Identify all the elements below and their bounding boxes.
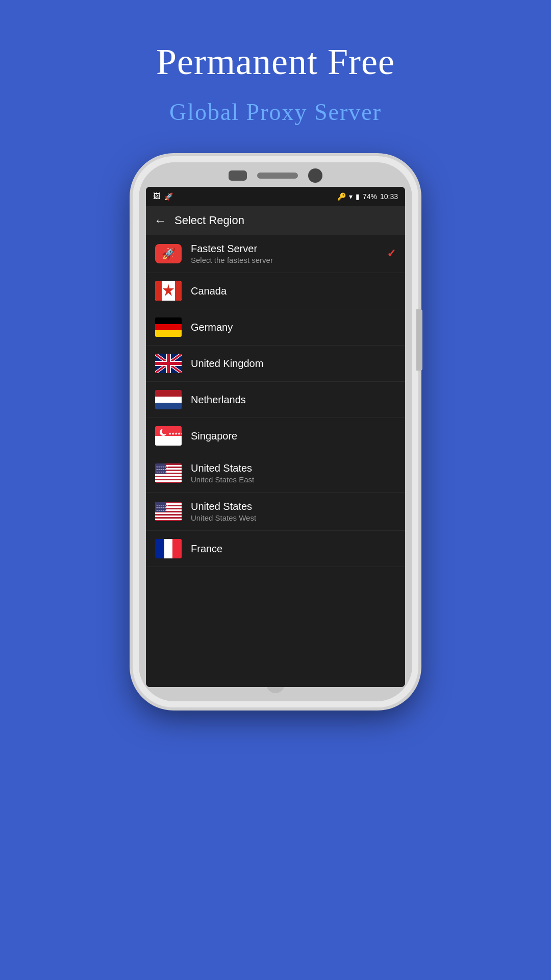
svg-rect-18 (155, 403, 182, 409)
svg-rect-1 (155, 281, 162, 301)
svg-rect-4 (155, 317, 182, 324)
phone-mockup: 🖼 🚀 🔑 ▾ ▮ 74% 10:33 ← Select Region (133, 156, 418, 718)
time-display: 10:33 (380, 192, 398, 201)
server-item-us-east[interactable]: ★★★★★★ ★★★★★ ★★★★★★ United States United… (146, 454, 405, 493)
fastest-server-icon: 🚀 (155, 244, 182, 263)
svg-rect-28 (155, 474, 182, 476)
app-bar: ← Select Region (146, 206, 405, 235)
back-button[interactable]: ← (154, 214, 166, 228)
france-server-name: France (191, 543, 396, 555)
svg-rect-15 (155, 362, 182, 365)
flag-france (155, 539, 182, 558)
page-title: Permanent Free (156, 41, 395, 83)
fastest-check-icon: ✓ (387, 247, 396, 260)
flag-canada (155, 281, 182, 301)
fastest-server-name: Fastest Server (191, 243, 387, 255)
svg-rect-16 (155, 390, 182, 397)
svg-rect-29 (155, 477, 182, 479)
key-icon: 🔑 (337, 192, 346, 201)
phone-side-button (416, 309, 422, 371)
us-east-server-info: United States United States East (191, 462, 396, 484)
server-item-us-west[interactable]: ★★★★★★ ★★★★★ ★★★★★★ United States United… (146, 493, 405, 531)
flag-netherlands (155, 390, 182, 409)
wifi-icon: ▾ (349, 192, 353, 201)
server-item-canada[interactable]: Canada (146, 273, 405, 309)
svg-text:★★★★★★: ★★★★★★ (156, 471, 168, 473)
server-item-netherlands[interactable]: Netherlands (146, 382, 405, 418)
flag-us-west: ★★★★★★ ★★★★★ ★★★★★★ (155, 502, 182, 521)
phone-speaker (257, 173, 298, 179)
phone-camera-left (229, 170, 247, 181)
us-west-server-name: United States (191, 501, 396, 512)
phone-top-bar (224, 170, 327, 181)
svg-rect-20 (155, 436, 182, 446)
us-west-server-subtitle: United States West (191, 513, 396, 522)
canada-server-name: Canada (191, 285, 396, 297)
svg-rect-30 (155, 480, 182, 482)
server-list: 🚀 Fastest Server Select the fastest serv… (146, 235, 405, 687)
svg-rect-39 (155, 512, 182, 514)
server-item-germany[interactable]: Germany (146, 309, 405, 346)
battery-level: 74% (363, 192, 377, 201)
svg-rect-5 (155, 324, 182, 330)
status-bar: 🖼 🚀 🔑 ▾ ▮ 74% 10:33 (146, 187, 405, 206)
svg-rect-48 (172, 539, 182, 558)
svg-point-22 (162, 428, 168, 434)
us-east-server-subtitle: United States East (191, 475, 396, 484)
germany-server-info: Germany (191, 322, 396, 333)
svg-rect-6 (155, 330, 182, 337)
us-west-server-info: United States United States West (191, 501, 396, 522)
uk-server-name: United Kingdom (191, 358, 396, 370)
germany-server-name: Germany (191, 322, 396, 333)
svg-rect-2 (175, 281, 182, 301)
us-east-server-name: United States (191, 462, 396, 474)
svg-rect-40 (155, 516, 182, 517)
singapore-server-info: Singapore (191, 430, 396, 442)
app-icon: 🚀 (164, 192, 173, 201)
page-subtitle: Global Proxy Server (169, 99, 382, 126)
svg-rect-41 (155, 519, 182, 520)
singapore-server-name: Singapore (191, 430, 396, 442)
fastest-server-info: Fastest Server Select the fastest server (191, 243, 387, 264)
netherlands-server-info: Netherlands (191, 394, 396, 406)
server-item-uk[interactable]: United Kingdom (146, 346, 405, 382)
netherlands-server-name: Netherlands (191, 394, 396, 406)
server-item-france[interactable]: France (146, 531, 405, 567)
fastest-server-subtitle: Select the fastest server (191, 256, 387, 264)
status-left-icons: 🖼 🚀 (153, 192, 173, 201)
signal-icon: ▮ (356, 192, 360, 201)
svg-text:★★★★★★: ★★★★★★ (156, 509, 168, 511)
status-right-icons: 🔑 ▾ ▮ 74% 10:33 (337, 192, 398, 201)
rocket-icon: 🚀 (162, 247, 176, 260)
svg-rect-47 (164, 539, 172, 558)
uk-server-info: United Kingdom (191, 358, 396, 370)
server-item-singapore[interactable]: ★★★★★ Singapore (146, 418, 405, 454)
server-item-fastest[interactable]: 🚀 Fastest Server Select the fastest serv… (146, 235, 405, 273)
phone-camera-right (308, 168, 322, 183)
svg-rect-17 (155, 397, 182, 403)
flag-us-east: ★★★★★★ ★★★★★ ★★★★★★ (155, 463, 182, 483)
france-server-info: France (191, 543, 396, 555)
phone-screen: 🖼 🚀 🔑 ▾ ▮ 74% 10:33 ← Select Region (146, 187, 405, 687)
flag-uk (155, 354, 182, 373)
flag-germany (155, 317, 182, 337)
svg-rect-46 (155, 539, 164, 558)
phone-shell: 🖼 🚀 🔑 ▾ ▮ 74% 10:33 ← Select Region (133, 156, 418, 707)
app-bar-title: Select Region (174, 214, 244, 227)
svg-text:★★★★★: ★★★★★ (168, 432, 182, 436)
flag-singapore: ★★★★★ (155, 426, 182, 446)
notification-icon: 🖼 (153, 192, 160, 201)
canada-server-info: Canada (191, 285, 396, 297)
